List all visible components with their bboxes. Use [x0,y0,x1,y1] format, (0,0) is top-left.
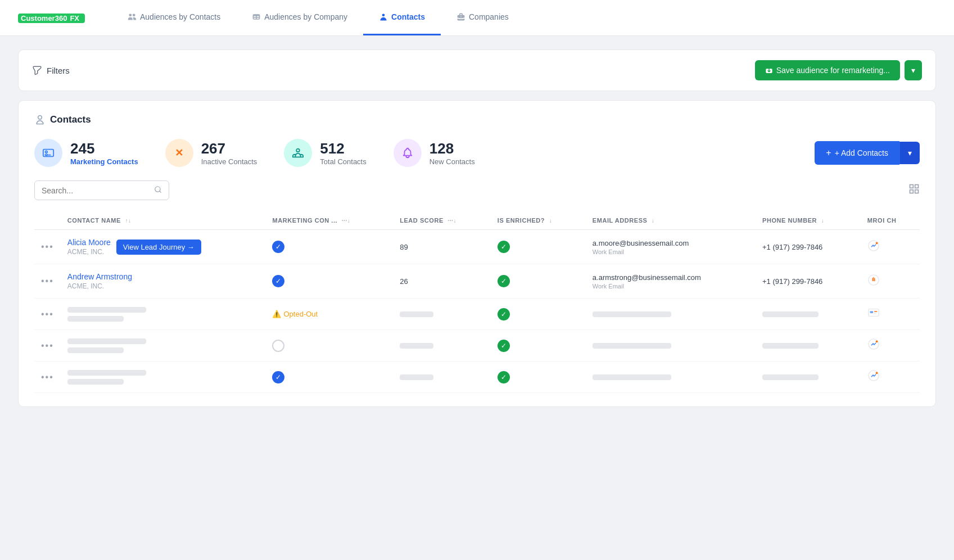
row-contact-name [61,299,266,330]
row-email [586,330,756,362]
th-lead-score[interactable]: LEAD SCORE ···↓ [393,211,491,230]
nav-item-companies[interactable]: Companies [441,0,525,35]
row-mroi [861,362,920,393]
row-email [586,299,756,330]
stat-total-text: 512 Total Contacts [320,140,366,166]
sort-icon-name: ↑↓ [125,218,131,224]
nav-label-contacts: Contacts [391,12,425,21]
main-content: Filters Save audience for remarketing...… [0,36,954,421]
svg-point-16 [876,372,878,374]
row-dots[interactable]: ••• [34,230,61,264]
add-contacts-chevron-button[interactable]: ▾ [899,142,920,164]
check-filled-icon: ✓ [272,241,284,253]
sort-icon-phone: ↓ [821,218,825,224]
enriched-check-icon: ✓ [498,308,510,320]
filter-chevron-button[interactable]: ▾ [905,60,922,80]
nav-item-contacts[interactable]: Contacts [363,0,441,35]
filter-actions: Save audience for remarketing... ▾ [755,60,922,80]
lead-journey-label: View Lead Journey → [123,243,195,251]
check-filled-icon: ✓ [272,371,284,383]
email-address: a.moore@businessemail.com [593,239,749,247]
row-is-enriched: ✓ [491,299,586,330]
save-audience-button[interactable]: Save audience for remarketing... [755,60,900,80]
row-contact-name: Andrew Armstrong ACME, INC. [61,264,266,299]
table-header-row: CONTACT NAME ↑↓ MARKETING CON ... ···↓ L… [34,211,920,230]
marketing-contacts-label: Marketing Contacts [70,157,138,166]
contact-card-icon [379,12,388,21]
svg-rect-12 [874,313,876,313]
table-layout-icon[interactable] [908,183,920,197]
mroi-chart-icon[interactable] [867,372,880,384]
sort-icon-marketing: ···↓ [342,218,351,224]
row-is-enriched: ✓ [491,230,586,264]
contact-name-link[interactable]: Andrew Armstrong [67,272,259,281]
stat-new-contacts: 128 New Contacts [394,139,475,167]
enriched-check-icon: ✓ [498,241,510,253]
enriched-check-icon: ✓ [498,340,510,352]
table-row: ••• ⚠️ Opted-Out ✓ [34,299,920,330]
skeleton-email [593,374,671,380]
row-dots[interactable]: ••• [34,299,61,330]
add-contacts-label: + Add Contacts [835,148,888,157]
group-icon [292,147,304,159]
row-mroi [861,230,920,264]
row-phone: +1 (917) 299-7846 [756,230,861,264]
nav-item-audiences-contacts[interactable]: Audiences by Contacts [112,0,236,35]
skeleton-email [593,311,671,317]
skeleton-company [67,347,124,353]
stats-row: 245 Marketing Contacts ✕ 267 Inactive Co… [34,139,920,167]
new-contacts-number: 128 [429,140,475,157]
filter-icon [32,65,42,75]
enriched-check-icon: ✓ [498,275,510,287]
row-dots[interactable]: ••• [34,264,61,299]
row-email [586,362,756,393]
logo-badge: FX [67,13,82,23]
nav-label-audiences-company: Audiences by Company [264,12,347,21]
add-contacts-button[interactable]: + + Add Contacts [815,141,899,165]
stat-total-contacts: 512 Total Contacts [284,139,366,167]
marketing-contacts-icon [34,139,62,167]
row-dots[interactable]: ••• [34,362,61,393]
contact-company: ACME, INC. [67,248,111,256]
stat-inactive-contacts: ✕ 267 Inactive Contacts [165,139,257,167]
sort-icon-enriched: ↓ [549,218,553,224]
panel-title: Contacts [34,114,920,125]
check-filled-icon: ✓ [272,275,284,287]
total-contacts-label: Total Contacts [320,157,366,166]
skeleton-score [400,343,433,349]
svg-rect-2 [910,185,914,188]
mroi-chart-icon[interactable] [867,340,880,353]
search-input[interactable] [42,186,150,195]
th-marketing-con[interactable]: MARKETING CON ... ···↓ [265,211,393,230]
th-dots [34,211,61,230]
skeleton-score [400,311,433,317]
contact-name-link[interactable]: Alicia Moore [67,238,111,247]
table-row: ••• Alicia Moore ACME, INC. View Lead Jo… [34,230,920,264]
skeleton-name [67,370,146,376]
svg-point-7 [876,242,878,244]
th-email-address[interactable]: EMAIL ADDRESS ↓ [586,211,756,230]
nav-item-audiences-company[interactable]: Audiences by Company [236,0,363,35]
search-row [34,180,920,200]
th-is-enriched[interactable]: IS ENRICHED? ↓ [491,211,586,230]
row-is-enriched: ✓ [491,330,586,362]
filter-label: Filters [47,66,70,75]
mroi-card-icon[interactable] [867,309,880,321]
row-marketing-check: ✓ [265,230,393,264]
skeleton-company [67,379,124,385]
mroi-touch-icon[interactable] [867,276,880,288]
th-contact-name[interactable]: CONTACT NAME ↑↓ [61,211,266,230]
lead-journey-tooltip[interactable]: View Lead Journey → [116,240,201,255]
contacts-title: Contacts [50,114,91,125]
inactive-contacts-icon: ✕ [165,139,193,167]
row-phone [756,299,861,330]
sort-icon-lead: ···↓ [447,218,456,224]
chevron-down-icon: ▾ [911,66,915,75]
add-contacts-button-wrap: + + Add Contacts ▾ [815,141,920,165]
th-phone-number[interactable]: PHONE NUMBER ↓ [756,211,861,230]
contact-company: ACME, INC. [67,282,259,290]
mroi-chart-icon[interactable] [867,242,880,254]
row-dots[interactable]: ••• [34,330,61,362]
opted-out-badge: ⚠️ Opted-Out [272,310,386,318]
row-marketing-opted-out: ⚠️ Opted-Out [265,299,393,330]
